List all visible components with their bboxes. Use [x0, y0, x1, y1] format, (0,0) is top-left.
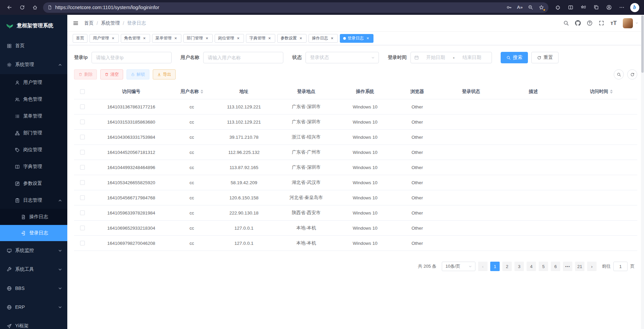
address-bar[interactable]: https://ccnetcore.com:1101/system/log/lo… — [43, 2, 548, 13]
close-tab-icon[interactable]: × — [365, 36, 370, 41]
sort-asc-icon[interactable] — [610, 90, 613, 91]
sidebar-item-system-tools[interactable]: 系统工具 — [0, 260, 67, 279]
sidebar-item-operation-log[interactable]: 操作日志 — [0, 209, 67, 225]
tab-dept-management[interactable]: 部门管理× — [183, 34, 213, 43]
username-filter-input[interactable] — [203, 52, 283, 63]
tab-login-log[interactable]: 登录日志× — [340, 34, 373, 43]
row-checkbox[interactable] — [80, 165, 85, 170]
close-tab-icon[interactable]: × — [111, 36, 115, 41]
clear-button[interactable]: 清空 — [100, 69, 123, 79]
close-tab-icon[interactable]: × — [205, 36, 209, 41]
sidebar-toggle-icon[interactable] — [73, 20, 79, 26]
page-button-6[interactable]: 6 — [551, 262, 560, 271]
password-key-button[interactable] — [504, 3, 514, 12]
user-avatar[interactable] — [623, 18, 633, 28]
sidebar-item-dict-management[interactable]: 字典管理 — [0, 158, 67, 175]
tab-home[interactable]: 首页 — [73, 34, 87, 43]
read-aloud-button[interactable]: A» — [515, 3, 525, 12]
tab-operation-log[interactable]: 操作日志× — [309, 34, 338, 43]
scrollbar[interactable] — [641, 15, 644, 329]
sort-desc-icon[interactable] — [201, 92, 203, 94]
add-favorite-button[interactable] — [536, 3, 546, 12]
close-tab-icon[interactable]: × — [298, 36, 303, 41]
page-button-3[interactable]: 3 — [514, 262, 524, 271]
sidebar-item-post-management[interactable]: 岗位管理 — [0, 141, 67, 158]
breadcrumb-item[interactable]: 首页 — [84, 20, 94, 26]
prev-page-button[interactable]: ‹ — [478, 262, 488, 271]
sort-asc-icon[interactable] — [201, 90, 203, 91]
sidebar-item-home[interactable]: 首页 — [0, 36, 67, 55]
toggle-search-button[interactable] — [614, 69, 624, 79]
close-tab-icon[interactable]: × — [330, 36, 334, 41]
reset-button[interactable]: 重置 — [531, 52, 559, 63]
page-button-1[interactable]: 1 — [490, 262, 500, 271]
page-button-21[interactable]: 21 — [575, 262, 584, 271]
sort-icons[interactable] — [201, 90, 203, 94]
sidebar-item-bbs[interactable]: BBS — [0, 279, 67, 298]
sidebar-item-user-management[interactable]: 用户管理 — [0, 74, 67, 91]
bing-chat-button[interactable]: b — [629, 1, 641, 13]
column-header-time[interactable]: 访问时间 — [565, 84, 637, 99]
close-tab-icon[interactable]: × — [267, 36, 272, 41]
sort-icons[interactable] — [610, 90, 613, 94]
select-all-checkbox[interactable] — [80, 89, 85, 94]
row-checkbox[interactable] — [80, 210, 85, 215]
sidebar-item-param-settings[interactable]: 参数设置 — [0, 175, 67, 192]
row-checkbox[interactable] — [80, 104, 85, 109]
row-checkbox[interactable] — [80, 241, 85, 245]
sidebar-item-login-log[interactable]: 登录日志 — [0, 225, 67, 241]
font-size-icon[interactable]: тT — [610, 20, 617, 26]
row-checkbox[interactable] — [80, 120, 85, 124]
delete-button[interactable]: 删除 — [74, 69, 97, 79]
time-range-picker[interactable]: 开始日期 - 结束日期 — [410, 52, 492, 63]
tab-dict-management[interactable]: 字典管理× — [246, 34, 275, 43]
search-button[interactable]: 搜索 — [501, 52, 528, 63]
row-checkbox[interactable] — [80, 180, 85, 185]
profile-button[interactable] — [603, 1, 615, 13]
split-screen-button[interactable] — [565, 1, 577, 13]
site-info-icon[interactable] — [47, 5, 52, 10]
row-checkbox[interactable] — [80, 195, 85, 200]
more-pages-button[interactable]: ••• — [563, 262, 572, 271]
refresh-button[interactable] — [16, 1, 28, 13]
row-checkbox[interactable] — [80, 135, 85, 139]
scrollbar-thumb[interactable] — [641, 15, 644, 73]
sidebar-item-system-management[interactable]: 系统管理 — [0, 55, 67, 74]
sidebar-item-role-management[interactable]: 角色管理 — [0, 91, 67, 108]
goto-page-input[interactable] — [613, 262, 628, 271]
page-button-4[interactable]: 4 — [527, 262, 536, 271]
sidebar-item-log-management[interactable]: 日志管理 — [0, 192, 67, 209]
tab-param-settings[interactable]: 参数设置× — [277, 34, 307, 43]
avatar-caret-icon[interactable] — [635, 21, 639, 25]
export-button[interactable]: 导出 — [153, 69, 176, 79]
close-tab-icon[interactable]: × — [173, 36, 178, 41]
column-header-username[interactable]: 用户名称 — [172, 84, 212, 99]
github-icon[interactable] — [575, 20, 581, 26]
sort-desc-icon[interactable] — [610, 92, 613, 94]
tab-user-management[interactable]: 用户管理× — [90, 34, 119, 43]
extensions-button[interactable] — [552, 1, 564, 13]
search-icon[interactable] — [563, 20, 569, 26]
page-button-2[interactable]: 2 — [502, 262, 512, 271]
ip-filter-input[interactable] — [92, 52, 172, 63]
sidebar-item-menu-management[interactable]: 菜单管理 — [0, 108, 67, 125]
collections-button[interactable] — [590, 1, 602, 13]
favorites-button[interactable] — [577, 1, 589, 13]
close-tab-icon[interactable]: × — [142, 36, 147, 41]
row-checkbox[interactable] — [80, 150, 85, 155]
tab-role-management[interactable]: 角色管理× — [121, 34, 150, 43]
zoom-out-button[interactable] — [526, 3, 536, 12]
app-logo[interactable]: 意框架管理系统 — [0, 15, 67, 36]
status-filter-select[interactable]: 登录状态 — [306, 52, 379, 63]
home-button[interactable] — [29, 1, 41, 13]
unlock-button[interactable]: 解锁 — [127, 69, 149, 79]
help-icon[interactable] — [587, 20, 593, 26]
sidebar-item-yi-framework[interactable]: Yi框架 — [0, 317, 67, 329]
tab-post-management[interactable]: 岗位管理× — [215, 34, 244, 43]
close-tab-icon[interactable]: × — [236, 36, 241, 41]
url-text[interactable]: https://ccnetcore.com:1101/system/log/lo… — [55, 5, 504, 10]
back-button[interactable] — [3, 1, 15, 13]
page-size-select[interactable]: 10条/页 — [442, 262, 475, 271]
sidebar-item-erp[interactable]: ERP — [0, 298, 67, 317]
sidebar-item-dept-management[interactable]: 部门管理 — [0, 125, 67, 141]
